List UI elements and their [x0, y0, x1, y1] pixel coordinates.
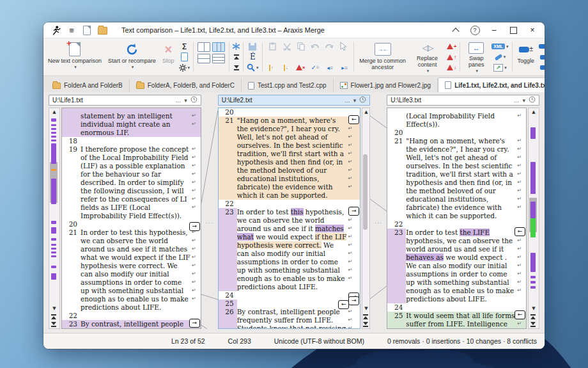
next-bookmark-icon[interactable]: ↓	[539, 63, 545, 72]
ellipsis-icon[interactable]: …	[513, 97, 519, 104]
merge-right-button[interactable]	[189, 319, 200, 328]
report-document-icon[interactable]	[179, 52, 190, 62]
next-conflict-icon[interactable]: ↓	[447, 63, 457, 72]
scroll-down-icon[interactable]: ▼	[49, 305, 59, 312]
two-pane-vertical-layout-button[interactable]	[197, 42, 210, 52]
tab-foldera-folderb-and-folderc[interactable]: FolderA, FolderB, and FolderC	[130, 79, 242, 92]
xml-view-button[interactable]: XML	[491, 42, 508, 51]
cut-icon[interactable]	[281, 42, 292, 51]
previous-change-button[interactable]	[363, 314, 368, 319]
open-in-new-window-icon[interactable]: ↗	[491, 63, 508, 72]
previous-bookmark-icon[interactable]: ↑	[539, 52, 545, 62]
start-or-recompare-button[interactable]: Start or recompare	[105, 40, 159, 74]
stop-button[interactable]: × Stop	[159, 40, 178, 74]
merge-left-button[interactable]	[338, 300, 349, 309]
next-change-button[interactable]	[530, 322, 536, 327]
pane2-editor[interactable]: 20 21"Hang on a moment, where's the evid…	[218, 108, 361, 329]
next-change-button[interactable]	[363, 322, 368, 327]
indent-icon[interactable]: ▸≡	[339, 63, 350, 72]
bookmark-list-icon[interactable]: ⋯	[539, 42, 545, 51]
next-change-button[interactable]	[51, 322, 56, 327]
previous-change-button[interactable]	[530, 314, 536, 319]
history-clock-icon[interactable]	[190, 96, 197, 104]
maximize-button[interactable]	[504, 23, 523, 37]
add-conflict-icon[interactable]: +	[447, 42, 457, 51]
tab-foldera-and-folderb[interactable]: FolderA and FolderB	[46, 79, 130, 92]
history-clock-icon[interactable]	[529, 96, 536, 104]
link-lines-icon[interactable]	[491, 52, 508, 62]
splitter-handle[interactable]: ···	[375, 220, 382, 226]
previous-change-button[interactable]	[51, 314, 56, 319]
open-folder-icon[interactable]	[96, 24, 109, 36]
scroll-up-icon[interactable]: ▲	[49, 109, 59, 115]
two-pane-horizontal-layout-button[interactable]	[197, 54, 210, 63]
merge-right-button[interactable]	[189, 222, 200, 231]
bookmark-tag-icon: ±	[519, 41, 534, 58]
tab-life1-life2-life3[interactable]: Life1.txt, Life2.txt, and Life3.txt	[438, 77, 545, 92]
scroll-to-bottom-icon[interactable]	[233, 63, 240, 72]
three-pane-vertical-layout-button[interactable]	[212, 42, 225, 52]
chevron-down-icon[interactable]: ▾	[184, 97, 187, 104]
swap-panes-button[interactable]: ↔ Swap panes	[462, 40, 490, 74]
copy-icon[interactable]	[295, 42, 306, 51]
scroll-to-top-icon[interactable]	[233, 52, 240, 62]
report-sigma-icon[interactable]: Σ	[179, 42, 190, 51]
previous-conflict-icon[interactable]: ↑	[447, 52, 457, 62]
pane3-overview-strip[interactable]: ▲ ▼	[528, 108, 539, 329]
undo-icon[interactable]	[309, 42, 320, 51]
merge-right-button[interactable]	[348, 207, 359, 216]
three-pane-horizontal-layout-button[interactable]	[212, 54, 225, 63]
help-button[interactable]: ?	[465, 23, 484, 37]
chevron-down-icon[interactable]: ▾	[522, 97, 525, 104]
unindent-icon[interactable]: ◂≡	[325, 63, 336, 72]
pane2-path-header[interactable]: U:\Life2.txt … ▾	[218, 95, 371, 106]
chevron-down-icon[interactable]: ▾	[353, 97, 357, 104]
pane1-editor[interactable]: statement by an intelligent individual m…	[61, 108, 201, 329]
scroll-up-icon[interactable]: ▲	[529, 109, 539, 115]
select-pointer-icon[interactable]	[337, 42, 348, 51]
find-icon[interactable]	[247, 63, 259, 72]
tab-test1-and-test2[interactable]: Test1.cpp and Test2.cpp	[242, 79, 334, 92]
options-gear-icon[interactable]	[179, 63, 190, 72]
minimize-button[interactable]: –	[484, 23, 504, 37]
merge-right-button[interactable]	[348, 296, 359, 305]
toggle-bookmark-button[interactable]: ± Toggle	[514, 40, 538, 74]
merge-left-button[interactable]	[348, 115, 359, 124]
history-clock-icon[interactable]	[359, 96, 366, 104]
new-text-comparison-button[interactable]: + New text comparison	[45, 40, 105, 74]
previous-change-marker-icon[interactable]: ↑	[266, 63, 277, 72]
ellipsis-icon[interactable]: …	[175, 97, 181, 104]
scroll-down-icon[interactable]: ▼	[529, 305, 539, 312]
splitter-handle[interactable]: ···	[206, 220, 213, 226]
link-gap-2: ···	[370, 108, 387, 329]
synchronize-scrolling-icon[interactable]	[233, 42, 240, 51]
redo-icon[interactable]	[323, 42, 334, 51]
scrollbar-thumb[interactable]	[363, 154, 368, 230]
accept-changes-icon[interactable]: ✓≡	[310, 63, 321, 72]
merge-left-button[interactable]	[514, 227, 525, 236]
merge-left-button[interactable]	[514, 310, 525, 319]
pane3-editor[interactable]: (Local Improbability Field Effect(s)).↵ …	[387, 108, 527, 329]
pane2-scrollbar[interactable]: ▲ ▼	[362, 108, 370, 329]
tab-flower1-and-flower2[interactable]: Flower1.jpg and Flower2.jpg	[334, 79, 438, 92]
ellipsis-icon[interactable]: …	[344, 97, 350, 104]
remove-conflict-icon[interactable]: ×	[295, 63, 306, 72]
diff-line: 26By contrast, intelligent people freque…	[219, 308, 360, 329]
paste-icon[interactable]	[267, 42, 278, 51]
scroll-up-icon[interactable]: ▲	[362, 109, 369, 115]
replace-content-button[interactable]: ◁▷ Replace content	[410, 40, 445, 74]
merge-to-common-ancestor-button[interactable]: →← Merge to common ancestor	[356, 40, 410, 74]
character-encoding-button[interactable]: É	[247, 52, 259, 62]
scroll-down-icon[interactable]: ▼	[362, 305, 369, 312]
diff-line: 23By contrast, intelligent people freque…	[62, 320, 201, 329]
ribbon-collapse-button[interactable]	[446, 23, 465, 37]
save-icon[interactable]	[247, 42, 259, 51]
close-button[interactable]: ×	[523, 23, 542, 37]
new-comparison-icon[interactable]	[81, 24, 93, 36]
pane1-path-header[interactable]: U:\Life1.txt … ▾	[49, 95, 201, 106]
pane3-path-header[interactable]: U:\Life3.txt … ▾	[387, 95, 539, 106]
pane1-overview-strip[interactable]: ▲ ▼	[49, 108, 60, 329]
next-change-marker-icon[interactable]: ↓	[281, 63, 291, 72]
menu-icon[interactable]: ≡	[65, 24, 78, 36]
araxis-logo-icon	[50, 24, 63, 36]
